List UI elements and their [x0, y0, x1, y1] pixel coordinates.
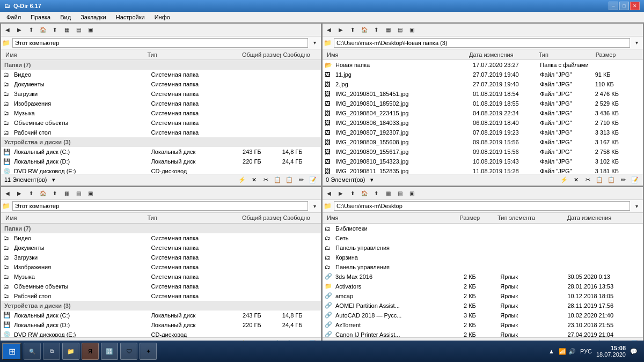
col-header-3[interactable]: Свободно	[281, 51, 319, 58]
list-item[interactable]: 🔗AzTorrent2 КБЯрлык23.10.2018 21:55	[323, 320, 643, 330]
view-btn-0[interactable]: ▦	[61, 25, 72, 35]
list-item[interactable]: 🗂ДокументыСистемная папка	[1, 243, 321, 253]
list-item[interactable]: 🗂ВидеоСистемная папка	[1, 70, 321, 79]
taskbar-search[interactable]: 🔍	[24, 343, 41, 360]
minimize-button[interactable]: –	[609, 2, 618, 10]
list-item[interactable]: 🗂Объемные объектыСистемная папка	[1, 282, 321, 291]
status-action-btn-3[interactable]: 📋	[595, 175, 604, 184]
toolbar-btn-3[interactable]: 🏠	[38, 25, 48, 35]
toolbar-btn-3[interactable]: 🏠	[38, 188, 48, 198]
col-header-0[interactable]: Имя	[3, 51, 145, 58]
status-dropdown-button[interactable]: ▾	[49, 175, 58, 184]
list-item[interactable]: 🔗amcap2 КБЯрлык10.12.2018 18:05	[323, 291, 643, 301]
address-dropdown-button[interactable]: ▾	[631, 201, 642, 211]
start-button[interactable]: ⊞	[2, 343, 21, 360]
view-btn-1[interactable]: ▤	[394, 188, 405, 198]
list-item[interactable]: 🖼IMG_20190801_185502.jpg01.08.2019 18:55…	[323, 99, 643, 108]
col-header-0[interactable]: Имя	[325, 51, 467, 58]
toolbar-btn-1[interactable]: ▶	[14, 25, 25, 35]
list-item[interactable]: 🗂ИзображенияСистемная папка	[1, 262, 321, 272]
list-item[interactable]: 🗂ЗагрузкиСистемная папка	[1, 89, 321, 99]
view-btn-0[interactable]: ▦	[383, 188, 393, 198]
list-item[interactable]: 🗂ВидеоСистемная папка	[1, 233, 321, 243]
view-btn-0[interactable]: ▦	[383, 25, 393, 35]
list-item[interactable]: 🗂Панель управления	[323, 262, 643, 272]
col-header-3[interactable]: Свободно	[281, 215, 319, 221]
list-item[interactable]: 🖼11.jpg27.07.2019 19:40Файл "JPG"91 КБ	[323, 70, 643, 79]
list-item[interactable]: 📂Новая папка17.07.2020 23:27Папка с файл…	[323, 60, 643, 70]
toolbar-btn-4[interactable]: ⬆	[49, 188, 60, 198]
list-item[interactable]: 🔗AOMEI Partition Assist...2 КБЯрлык28.11…	[323, 301, 643, 311]
status-action-btn-0[interactable]: ⚡	[237, 175, 247, 184]
toolbar-btn-2[interactable]: ⬆	[347, 25, 358, 35]
list-item[interactable]: 🗂Рабочий столСистемная папка	[1, 291, 321, 301]
menu-settings[interactable]: Настройки	[112, 13, 149, 21]
col-header-3[interactable]: Дата изменения	[565, 215, 641, 221]
address-input[interactable]	[334, 201, 630, 211]
list-item[interactable]: 💾Локальный диск (C:)Локальный диск243 ГБ…	[1, 147, 321, 157]
toolbar-btn-2[interactable]: ⬆	[26, 188, 36, 198]
list-item[interactable]: 🖼IMG_20190801_185451.jpg01.08.2019 18:54…	[323, 89, 643, 99]
status-dropdown-button[interactable]: ▾	[367, 175, 377, 184]
status-action-btn-1[interactable]: ✕	[249, 175, 259, 184]
menu-bookmarks[interactable]: Закладки	[76, 13, 111, 21]
status-action-btn-6[interactable]: 📝	[630, 175, 640, 184]
taskbar-lang[interactable]: РУС	[580, 348, 592, 354]
view-btn-1[interactable]: ▤	[73, 188, 84, 198]
list-item[interactable]: 🗂МузыкаСистемная папка	[1, 108, 321, 118]
view-btn-2[interactable]: ▣	[85, 188, 96, 198]
maximize-button[interactable]: □	[619, 2, 629, 10]
status-action-btn-6[interactable]: 📝	[308, 175, 318, 184]
col-header-0[interactable]: Имя	[3, 215, 145, 221]
tray-arrow[interactable]: ▲	[548, 348, 554, 354]
view-btn-0[interactable]: ▦	[61, 188, 72, 198]
list-item[interactable]: 🗂Объемные объектыСистемная папка	[1, 118, 321, 128]
toolbar-btn-2[interactable]: ⬆	[26, 25, 36, 35]
toolbar-btn-4[interactable]: ⬆	[371, 188, 382, 198]
view-btn-2[interactable]: ▣	[406, 25, 417, 35]
toolbar-btn-4[interactable]: ⬆	[49, 25, 60, 35]
tray-notification[interactable]: 💬	[630, 348, 638, 355]
status-action-btn-2[interactable]: ✂	[261, 175, 270, 184]
taskbar-app-yandex[interactable]: Я	[82, 343, 99, 360]
close-button[interactable]: ✕	[630, 2, 640, 10]
toolbar-btn-3[interactable]: 🏠	[359, 188, 370, 198]
status-action-btn-5[interactable]: ✏	[618, 175, 628, 184]
toolbar-btn-1[interactable]: ▶	[14, 188, 25, 198]
taskbar-app-calc[interactable]: 🔢	[101, 343, 118, 360]
address-input[interactable]	[12, 201, 308, 211]
status-action-btn-0[interactable]: ⚡	[559, 175, 569, 184]
status-action-btn-4[interactable]: 📋	[606, 175, 616, 184]
list-item[interactable]: 🗂Библиотеки	[323, 224, 643, 233]
status-action-btn-4[interactable]: 📋	[284, 175, 294, 184]
list-item[interactable]: 🖼IMG_20190811_152835.jpg11.08.2019 15:28…	[323, 166, 643, 174]
list-item[interactable]: 💿DVD RW дисковод (E:)CD-дисковод	[1, 330, 321, 338]
list-item[interactable]: 🗂ЗагрузкиСистемная папка	[1, 253, 321, 262]
address-dropdown-button[interactable]: ▾	[309, 201, 320, 211]
list-item[interactable]: 🗂МузыкаСистемная папка	[1, 272, 321, 282]
taskbar-app-explorer[interactable]: 📁	[62, 343, 79, 360]
list-item[interactable]: 🔗3ds Max 20162 КБЯрлык30.05.2020 0:13	[323, 272, 643, 282]
menu-info[interactable]: Инфо	[150, 13, 174, 21]
list-item[interactable]: 🖼IMG_20190809_155608.jpg09.08.2019 15:56…	[323, 137, 643, 147]
menu-edit[interactable]: Правка	[26, 13, 55, 21]
toolbar-btn-4[interactable]: ⬆	[371, 25, 382, 35]
list-item[interactable]: 🖼IMG_20190807_192307.jpg07.08.2019 19:23…	[323, 128, 643, 137]
toolbar-btn-0[interactable]: ◀	[2, 188, 13, 198]
list-item[interactable]: 🗂Сеть	[323, 233, 643, 243]
list-item[interactable]: 🖼IMG_20190804_223415.jpg04.08.2019 22:34…	[323, 108, 643, 118]
taskbar-app-extra[interactable]: ✦	[140, 343, 157, 360]
list-item[interactable]: 💾Локальный диск (D:)Локальный диск220 ГБ…	[1, 320, 321, 330]
toolbar-btn-3[interactable]: 🏠	[359, 25, 370, 35]
col-header-1[interactable]: Дата изменения	[467, 51, 537, 58]
list-item[interactable]: 💿DVD RW дисковод (E:)CD-дисковод	[1, 166, 321, 174]
status-action-btn-1[interactable]: ✕	[571, 175, 581, 184]
list-item[interactable]: 🖼IMG_20190806_184033.jpg06.08.2019 18:40…	[323, 118, 643, 128]
view-btn-2[interactable]: ▣	[85, 25, 96, 35]
col-header-2[interactable]: Тип элемента	[495, 215, 565, 221]
list-item[interactable]: 🗂Корзина	[323, 253, 643, 262]
col-header-1[interactable]: Тип	[145, 215, 240, 221]
list-item[interactable]: 💾Локальный диск (C:)Локальный диск243 ГБ…	[1, 311, 321, 320]
col-header-1[interactable]: Тип	[145, 51, 240, 58]
address-dropdown-button[interactable]: ▾	[309, 38, 320, 48]
